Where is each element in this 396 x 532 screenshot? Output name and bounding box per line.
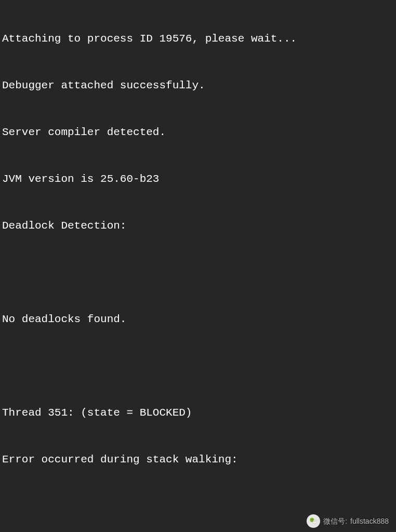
svg-point-4 (314, 521, 314, 522)
terminal-line: Deadlock Detection: (2, 218, 394, 234)
terminal-line (2, 358, 394, 374)
svg-point-5 (315, 521, 315, 522)
terminal-line: Debugger attached successfully. (2, 78, 394, 94)
terminal-line: No deadlocks found. (2, 312, 394, 327)
wechat-icon (307, 514, 320, 528)
watermark: 微信号: fullstack888 (307, 513, 389, 529)
terminal-line (2, 265, 394, 281)
terminal-line: Thread 351: (state = BLOCKED) (2, 405, 394, 421)
terminal-line: JVM version is 25.60-b23 (2, 171, 394, 187)
terminal-output: Attaching to process ID 19576, please wa… (0, 0, 396, 532)
terminal-line (2, 499, 394, 514)
terminal-line: Attaching to process ID 19576, please wa… (2, 31, 394, 47)
watermark-label: 微信号: (323, 513, 347, 529)
svg-point-2 (311, 519, 312, 520)
terminal-line: Error occurred during stack walking: (2, 452, 394, 468)
svg-point-1 (313, 520, 316, 524)
svg-point-3 (312, 519, 313, 520)
watermark-account: fullstack888 (350, 513, 389, 529)
terminal-line: Server compiler detected. (2, 125, 394, 140)
